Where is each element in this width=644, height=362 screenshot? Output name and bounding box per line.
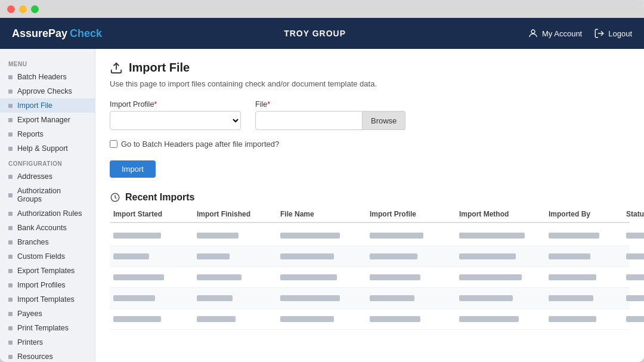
cell-bar xyxy=(280,233,340,239)
browse-button[interactable]: Browse xyxy=(363,111,405,130)
cell-bar xyxy=(280,274,337,280)
brand-assure: AssurePay xyxy=(12,27,67,40)
col-imported-by: Imported By xyxy=(545,210,623,218)
dot-icon xyxy=(8,240,13,245)
dot-icon xyxy=(8,255,13,259)
sidebar-item-addresses[interactable]: Addresses xyxy=(0,169,95,184)
logout-button[interactable]: Logout xyxy=(594,28,632,39)
dot-icon xyxy=(8,326,13,330)
sidebar-item-reports[interactable]: Reports xyxy=(0,127,95,141)
sidebar-label: Batch Headers xyxy=(17,73,67,81)
cell-bar xyxy=(280,316,334,322)
cell-bar xyxy=(626,295,644,301)
cell-bar xyxy=(549,295,593,301)
cell-bar xyxy=(113,295,155,301)
form-row: Import Profile* File* Browse xyxy=(110,100,630,130)
cell-bar xyxy=(113,316,161,322)
recent-imports-title: Recent Imports xyxy=(125,192,194,203)
sidebar-label: Payees xyxy=(17,310,42,318)
dot-icon xyxy=(8,269,13,273)
app-window: AssurePay Check TROY GROUP My Account Lo… xyxy=(0,0,644,362)
sidebar-item-authorization-rules[interactable]: Authorization Rules xyxy=(0,206,95,221)
cell-bar xyxy=(549,253,590,259)
sidebar-label: Export Templates xyxy=(17,267,75,275)
maximize-button[interactable] xyxy=(31,5,39,13)
cell-bar xyxy=(459,295,513,301)
upload-icon xyxy=(110,61,123,75)
sidebar-label: Help & Support xyxy=(17,144,68,153)
sidebar-item-printers[interactable]: Printers xyxy=(0,335,95,349)
dot-icon xyxy=(8,226,13,230)
sidebar-item-print-templates[interactable]: Print Templates xyxy=(0,321,95,335)
cell-bar xyxy=(197,274,242,280)
cell-bar xyxy=(370,316,420,322)
sidebar-label: Addresses xyxy=(17,172,52,181)
page-subtitle: Use this page to import files containing… xyxy=(110,79,630,88)
page-title-row: Import File xyxy=(110,61,630,75)
sidebar-item-resources[interactable]: Resources xyxy=(0,349,95,362)
import-profile-label: Import Profile* xyxy=(110,100,241,109)
sidebar-item-help[interactable]: Help & Support xyxy=(0,141,95,156)
sidebar-item-import-templates[interactable]: Import Templates xyxy=(0,292,95,307)
table-row xyxy=(110,309,630,330)
recent-imports-title-row: Recent Imports xyxy=(110,192,630,203)
cell-bar xyxy=(370,233,423,239)
checkbox-label: Go to Batch Headers page after file impo… xyxy=(121,140,279,148)
import-profile-select[interactable] xyxy=(110,111,241,130)
checkbox-row: Go to Batch Headers page after file impo… xyxy=(110,140,630,148)
cell-bar xyxy=(626,316,644,322)
dot-icon xyxy=(8,283,13,287)
cell-bar xyxy=(626,233,644,239)
minimize-button[interactable] xyxy=(19,5,27,13)
import-button[interactable]: Import xyxy=(110,160,156,178)
my-account-label: My Account xyxy=(542,29,582,38)
brand: AssurePay Check xyxy=(12,27,102,40)
cell-bar xyxy=(113,274,164,280)
cell-bar xyxy=(459,274,522,280)
cell-bar xyxy=(549,274,596,280)
col-import-profile: Import Profile xyxy=(366,210,456,218)
user-icon xyxy=(528,28,538,39)
dot-icon xyxy=(8,147,13,151)
table-row xyxy=(110,267,630,288)
file-input-row: Browse xyxy=(255,111,405,130)
cell-bar xyxy=(197,316,236,322)
sidebar-label: Import Templates xyxy=(17,295,75,304)
sidebar-item-approve-checks[interactable]: Approve Checks xyxy=(0,84,95,98)
sidebar-item-import-profiles[interactable]: Import Profiles xyxy=(0,278,95,292)
batch-headers-checkbox[interactable] xyxy=(110,140,117,148)
cell-bar xyxy=(197,253,230,259)
table-header: Import Started Import Finished File Name… xyxy=(110,210,630,223)
brand-check: Check xyxy=(70,27,102,40)
sidebar: MENU Batch Headers Approve Checks Import… xyxy=(0,49,95,362)
sidebar-item-payees[interactable]: Payees xyxy=(0,307,95,321)
sidebar-item-authorization-groups[interactable]: Authorization Groups xyxy=(0,184,95,206)
dot-icon xyxy=(8,212,13,216)
table-row xyxy=(110,246,630,267)
cell-bar xyxy=(549,316,596,322)
col-import-finished: Import Finished xyxy=(193,210,277,218)
cell-bar xyxy=(459,253,516,259)
sidebar-item-import-file[interactable]: Import File xyxy=(0,98,95,113)
sidebar-item-bank-accounts[interactable]: Bank Accounts xyxy=(0,221,95,235)
logout-icon xyxy=(594,28,605,39)
main-content: Import File Use this page to import file… xyxy=(95,49,644,362)
cell-bar xyxy=(626,253,644,259)
my-account-button[interactable]: My Account xyxy=(528,28,582,39)
sidebar-label: Import File xyxy=(17,101,52,110)
clock-icon xyxy=(110,192,120,203)
config-section-label: CONFIGURATION xyxy=(0,156,95,169)
close-button[interactable] xyxy=(7,5,15,13)
sidebar-item-export-templates[interactable]: Export Templates xyxy=(0,264,95,278)
sidebar-item-custom-fields[interactable]: Custom Fields xyxy=(0,249,95,264)
sidebar-item-export-manager[interactable]: Export Manager xyxy=(0,113,95,127)
sidebar-item-branches[interactable]: Branches xyxy=(0,235,95,249)
sidebar-item-batch-headers[interactable]: Batch Headers xyxy=(0,70,95,84)
topbar-actions: My Account Logout xyxy=(528,28,632,39)
sidebar-label: Reports xyxy=(17,130,44,138)
dot-icon xyxy=(8,341,13,345)
file-input[interactable] xyxy=(255,111,363,130)
dot-icon xyxy=(8,132,13,137)
company-name: TROY GROUP xyxy=(102,29,528,38)
cell-bar xyxy=(280,295,340,301)
